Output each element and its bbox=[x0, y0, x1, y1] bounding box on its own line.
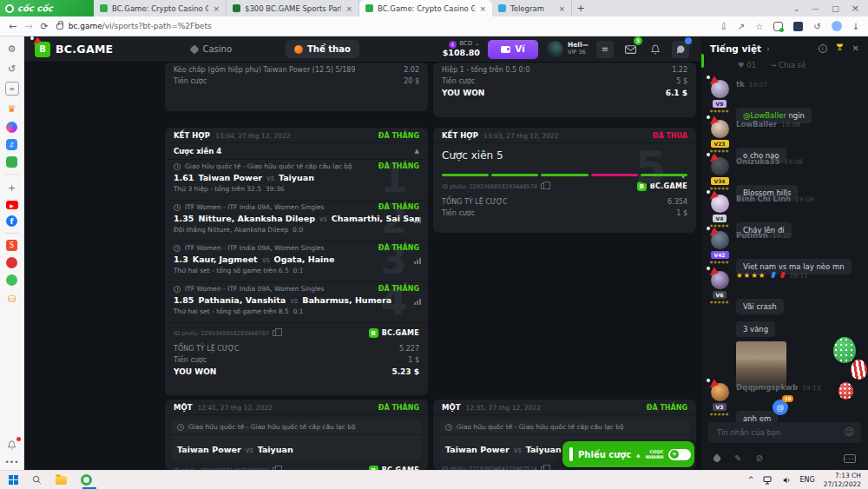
avatar[interactable] bbox=[711, 80, 729, 98]
clock-datetime[interactable]: 7:13 CH 27/12/2022 bbox=[824, 472, 861, 488]
tab-telegram[interactable]: Telegram × bbox=[492, 0, 572, 17]
green-app-icon[interactable] bbox=[6, 274, 17, 286]
zalo-icon[interactable]: Z bbox=[6, 139, 17, 150]
avatar[interactable] bbox=[711, 271, 729, 289]
user-profile[interactable]: Hell— VIP 36 bbox=[546, 41, 589, 58]
tray-expand-icon[interactable]: ^ bbox=[748, 476, 754, 484]
avatar[interactable] bbox=[711, 231, 729, 249]
tab-sports-parlay[interactable]: $300 BC.GAME Sports Parlay × bbox=[227, 0, 359, 17]
chat-username[interactable]: Onizuka35 bbox=[736, 157, 779, 166]
start-button[interactable] bbox=[9, 475, 18, 485]
extension-dark-icon[interactable] bbox=[793, 22, 803, 31]
youtube-icon[interactable]: ▶ bbox=[6, 201, 18, 209]
chat-username[interactable]: Dqqpmgspkwb bbox=[736, 383, 798, 392]
file-explorer-icon[interactable] bbox=[56, 476, 67, 485]
betslip-button[interactable]: Phiếu cược ▲ CƯỢCNHANH bbox=[562, 441, 694, 467]
bet-card-partial[interactable]: Hiệp 1 - tổng trên 0.5 0:0 1.22 Tiền cượ… bbox=[433, 63, 696, 117]
shopee-icon[interactable]: S bbox=[6, 240, 17, 251]
currency-selector[interactable]: ¢ BCD ⌄ $108.80 bbox=[443, 41, 480, 57]
copy-icon[interactable] bbox=[541, 183, 546, 189]
notifications-bell-icon[interactable] bbox=[5, 438, 19, 452]
bet-card-combo-lost[interactable]: KẾT HỢP 13:03, 27 thg 12, 2022 ĐÃ THUA 5… bbox=[433, 128, 696, 233]
tab-search-icon[interactable]: ⌄ bbox=[793, 4, 800, 13]
emoji-picker-icon[interactable]: ☺ bbox=[845, 426, 854, 438]
quick-bet-toggle[interactable] bbox=[668, 449, 691, 460]
trophy-icon[interactable] bbox=[835, 43, 845, 54]
reading-list-icon[interactable]: ≡ bbox=[5, 82, 19, 96]
maximize-button[interactable]: □ bbox=[832, 4, 839, 13]
crown-icon[interactable]: ♛ bbox=[5, 102, 19, 116]
tab-close-icon[interactable]: × bbox=[345, 4, 352, 13]
avatar[interactable] bbox=[711, 157, 729, 175]
cart-icon[interactable]: ⛁ bbox=[5, 292, 19, 306]
plugin-icon[interactable]: ⊘ bbox=[755, 453, 762, 463]
volume-icon[interactable] bbox=[782, 476, 792, 485]
chat-username[interactable]: Bình Chi Linh bbox=[736, 195, 791, 203]
tab-bcgame-1[interactable]: BC.Game: Crypto Casino Gan × bbox=[94, 0, 227, 17]
chevron-right-icon[interactable]: › bbox=[766, 44, 770, 53]
chat-username[interactable]: Putinvn bbox=[736, 231, 768, 240]
chat-username[interactable]: LowBaller bbox=[736, 120, 777, 129]
avatar[interactable] bbox=[711, 120, 729, 138]
share-button[interactable]: ↪ Chia sẻ bbox=[770, 61, 806, 69]
rules-pencil-icon[interactable]: ✎ bbox=[734, 453, 741, 463]
mail-icon[interactable]: 5 bbox=[621, 41, 639, 58]
nav-casino[interactable]: Casino bbox=[191, 44, 232, 54]
sync-icon[interactable]: ↺ bbox=[813, 22, 820, 31]
downloads-icon[interactable]: ↓ bbox=[852, 22, 859, 31]
profile-avatar[interactable] bbox=[832, 21, 842, 31]
messenger-icon[interactable] bbox=[6, 122, 17, 133]
mentions-button[interactable]: @ 10 bbox=[773, 400, 788, 415]
language-indicator[interactable]: ENG bbox=[800, 476, 815, 484]
chat-image[interactable] bbox=[736, 341, 786, 388]
new-tab-button[interactable]: + bbox=[572, 0, 589, 17]
tab-close-icon[interactable]: × bbox=[213, 4, 220, 13]
chat-bubble[interactable]: Vãi crash bbox=[736, 299, 784, 314]
collapse-arrow-icon[interactable]: ▲ bbox=[415, 148, 419, 155]
red-app-icon[interactable] bbox=[6, 257, 17, 268]
like-button[interactable]: ♥ 01 bbox=[738, 61, 756, 69]
bet-card-single-1[interactable]: MỘT 12:41, 27 thg 12, 2022 ĐÃ THẮNG Giao… bbox=[165, 400, 428, 470]
info-icon[interactable]: i bbox=[819, 44, 827, 53]
bookmark-star-icon[interactable]: ☆ bbox=[755, 22, 763, 31]
chat-room-title[interactable]: Tiếng việt bbox=[710, 43, 761, 54]
tab-bcgame-active[interactable]: BC.Game: Crypto Casino Gan × bbox=[359, 0, 492, 17]
extension-icon[interactable] bbox=[773, 22, 783, 31]
nav-sports-active[interactable]: Thể thao bbox=[286, 40, 359, 58]
games-icon[interactable] bbox=[6, 156, 17, 168]
url-box[interactable]: bc.game/vi/sports?bt-path=%2Fbets bbox=[56, 19, 713, 33]
bet-card-partial[interactable]: Kèo chấp (gồm hiệp phụ) Taiwan Power (12… bbox=[165, 63, 428, 111]
rain-toggle-icon[interactable] bbox=[712, 453, 721, 463]
tab-close-icon[interactable]: × bbox=[479, 4, 486, 13]
network-icon[interactable] bbox=[763, 476, 773, 485]
avatar[interactable] bbox=[711, 383, 729, 401]
keyboard-icon[interactable]: ••• bbox=[844, 454, 856, 463]
coccoc-taskbar-icon[interactable] bbox=[81, 474, 92, 486]
close-chat-icon[interactable]: ✕ bbox=[852, 43, 859, 53]
avatar[interactable] bbox=[711, 195, 729, 213]
minimize-button[interactable]: — bbox=[812, 4, 819, 13]
reload-button[interactable]: ⟳ bbox=[40, 21, 48, 32]
bell-icon[interactable] bbox=[647, 41, 664, 58]
sidebar-more-icon[interactable]: ••• bbox=[5, 458, 19, 466]
forward-button[interactable]: → bbox=[24, 21, 32, 32]
close-button[interactable]: × bbox=[852, 3, 859, 14]
bcgame-logo[interactable]: B BC.GAME bbox=[35, 42, 113, 57]
back-button[interactable]: ← bbox=[9, 21, 16, 32]
add-shortcut-icon[interactable]: + bbox=[5, 181, 19, 195]
mention-tag[interactable]: @LowBaller bbox=[743, 111, 786, 120]
chat-username[interactable]: tk bbox=[736, 80, 745, 89]
chat-username-emoji[interactable]: ★★★★ bbox=[736, 271, 766, 280]
share-icon[interactable]: ↗ bbox=[738, 22, 745, 31]
menu-list-icon[interactable]: ≡ bbox=[596, 41, 614, 58]
chat-toggle-icon[interactable] bbox=[672, 41, 689, 58]
chat-bubble[interactable]: 3 vàng bbox=[736, 321, 775, 337]
chat-message-input[interactable] bbox=[708, 422, 861, 443]
save-page-icon[interactable]: ⇩ bbox=[720, 22, 727, 31]
taskbar-search-icon[interactable] bbox=[32, 475, 42, 485]
tab-close-icon[interactable]: × bbox=[558, 4, 565, 13]
bet-card-combo-won[interactable]: KẾT HỢP 13:04, 27 thg 12, 2022 ĐÃ THẮNG … bbox=[165, 128, 428, 395]
facebook-icon[interactable]: f bbox=[6, 215, 17, 227]
history-icon[interactable]: ↺ bbox=[5, 62, 19, 76]
settings-gear-icon[interactable]: ⚙ bbox=[5, 42, 19, 56]
